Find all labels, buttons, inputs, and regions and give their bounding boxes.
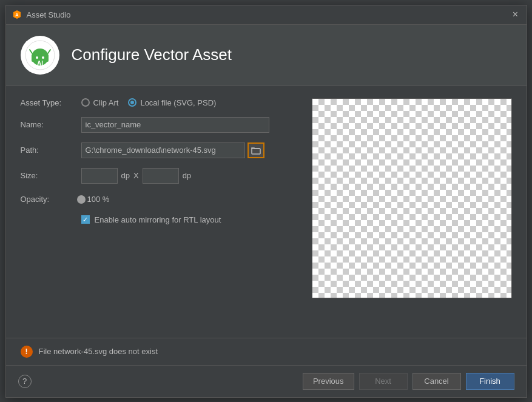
asset-type-row: Asset Type: Clip Art Local file (SVG, PS… xyxy=(21,98,300,107)
title-bar: A Asset Studio × xyxy=(6,5,527,25)
size-height-input[interactable] xyxy=(143,168,179,184)
clip-art-option[interactable]: Clip Art xyxy=(81,98,119,107)
opacity-label: Opacity: xyxy=(21,195,75,204)
path-input[interactable] xyxy=(81,142,245,158)
svg-rect-12 xyxy=(252,149,260,154)
asset-type-radio-group: Clip Art Local file (SVG, PSD) xyxy=(81,98,217,107)
auto-mirror-checkbox[interactable] xyxy=(81,215,90,224)
footer-left: ? xyxy=(18,375,32,388)
name-input[interactable] xyxy=(81,117,269,133)
checkbox-row: Enable auto mirroring for RTL layout xyxy=(81,215,300,224)
svg-text:AI: AI xyxy=(37,60,43,67)
app-logo: AI xyxy=(21,36,59,75)
slider-thumb[interactable] xyxy=(77,195,86,204)
size-row: Size: dp X dp xyxy=(21,168,300,184)
finish-button[interactable]: Finish xyxy=(466,373,514,390)
preview-section xyxy=(312,98,512,326)
close-button[interactable]: × xyxy=(511,10,520,19)
window-title: Asset Studio xyxy=(27,10,511,19)
app-icon: A xyxy=(12,10,22,19)
size-unit-width: dp xyxy=(121,171,130,180)
opacity-row: Opacity: 100 % xyxy=(21,193,300,206)
error-section: ! File network-45.svg does not exist xyxy=(6,338,527,365)
size-x-separator: X xyxy=(133,171,139,180)
header-title: Configure Vector Asset xyxy=(72,45,232,64)
error-icon: ! xyxy=(21,346,33,358)
svg-point-7 xyxy=(36,56,38,59)
browse-button[interactable] xyxy=(247,142,264,158)
form-section: Asset Type: Clip Art Local file (SVG, PS… xyxy=(21,98,300,326)
local-file-label: Local file (SVG, PSD) xyxy=(140,98,216,107)
footer-right: Previous Next Cancel Finish xyxy=(303,373,514,390)
size-label: Size: xyxy=(21,171,75,180)
name-row: Name: xyxy=(21,117,300,133)
path-input-group xyxy=(81,142,264,158)
cancel-button[interactable]: Cancel xyxy=(412,373,461,390)
previous-button[interactable]: Previous xyxy=(303,373,354,390)
path-label: Path: xyxy=(21,146,75,155)
content-area: Asset Type: Clip Art Local file (SVG, PS… xyxy=(6,86,527,338)
svg-text:A: A xyxy=(15,12,19,18)
header-area: AI Configure Vector Asset xyxy=(6,25,527,86)
next-button[interactable]: Next xyxy=(359,373,408,390)
size-inputs: dp X dp xyxy=(81,168,192,184)
svg-point-8 xyxy=(42,56,44,59)
svg-point-6 xyxy=(41,52,46,57)
size-unit-height: dp xyxy=(183,171,191,180)
clip-art-label: Clip Art xyxy=(93,98,119,107)
svg-point-5 xyxy=(34,52,39,57)
clip-art-radio[interactable] xyxy=(81,98,90,107)
opacity-controls: 100 % xyxy=(81,193,118,206)
footer: ? Previous Next Cancel Finish xyxy=(6,365,527,397)
main-window: A Asset Studio × AI Configure Vecto xyxy=(5,5,527,398)
error-message: File network-45.svg does not exist xyxy=(39,347,158,356)
help-button[interactable]: ? xyxy=(18,375,32,388)
preview-canvas xyxy=(312,98,512,298)
name-label: Name: xyxy=(21,120,75,129)
path-row: Path: xyxy=(21,142,300,158)
checkbox-label: Enable auto mirroring for RTL layout xyxy=(95,215,221,224)
local-file-radio[interactable] xyxy=(128,98,136,107)
opacity-value: 100 % xyxy=(87,195,118,204)
local-file-option[interactable]: Local file (SVG, PSD) xyxy=(128,98,216,107)
asset-type-label: Asset Type: xyxy=(21,98,75,107)
size-width-input[interactable] xyxy=(81,168,118,184)
